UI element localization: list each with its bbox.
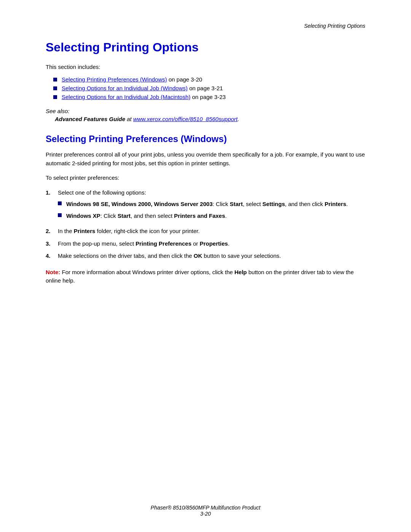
- sub-bullet-item-2: Windows XP: Click Start, and then select…: [58, 212, 348, 220]
- page-container: Selecting Printing Options Selecting Pri…: [0, 0, 411, 532]
- toc-link-2[interactable]: Selecting Options for an Individual Job …: [62, 85, 223, 91]
- toc-link-3[interactable]: Selecting Options for an Individual Job …: [62, 94, 226, 100]
- step-3-bold2: Properties: [200, 240, 228, 247]
- subsection-title: Selecting Printing Preferences (Windows): [46, 134, 365, 144]
- see-also-content: Advanced Features Guide at www.xerox.com…: [55, 116, 365, 122]
- start-label-1: Start: [230, 201, 243, 207]
- header-title: Selecting Printing Options: [304, 23, 365, 29]
- footer-line-1: Phaser® 8510/8560MFP Multifunction Produ…: [0, 505, 411, 511]
- see-also-guide-title: Advanced Features Guide: [55, 116, 125, 122]
- step-4-bold: OK: [194, 252, 202, 259]
- step-2-number: 2.: [46, 227, 55, 236]
- step-2-bold: Printers: [74, 228, 96, 234]
- step-3-bold1: Printing Preferences: [135, 240, 191, 247]
- step-1-subbullets: Windows 98 SE, Windows 2000, Windows Ser…: [58, 200, 348, 220]
- sub-bullet-item-1: Windows 98 SE, Windows 2000, Windows Ser…: [58, 200, 348, 209]
- winxp-label: Windows XP: [66, 212, 100, 219]
- bullet-icon: [58, 201, 62, 205]
- step-4-number: 4.: [46, 252, 55, 260]
- step-1: 1. Select one of the following options: …: [46, 189, 365, 224]
- printers-faxes-label: Printers and Faxes: [174, 212, 225, 219]
- step-1-content: Select one of the following options: Win…: [58, 189, 348, 224]
- body-paragraph-2: To select printer preferences:: [46, 174, 365, 182]
- step-2: 2. In the Printers folder, right-click t…: [46, 227, 365, 236]
- bullet-icon: [53, 78, 57, 81]
- step-1-number: 1.: [46, 189, 55, 197]
- toc-anchor-1[interactable]: Selecting Printing Preferences (Windows): [62, 76, 167, 83]
- sub-bullet-2-text: Windows XP: Click Start, and then select…: [66, 212, 227, 220]
- bullet-icon: [53, 95, 57, 99]
- win98-label: Windows 98 SE, Windows 2000, Windows Ser…: [66, 201, 213, 207]
- body-paragraph-1: Printer preferences control all of your …: [46, 150, 365, 168]
- bullet-icon: [53, 86, 57, 90]
- start-label-2: Start: [118, 212, 131, 219]
- step-4: 4. Make selections on the driver tabs, a…: [46, 252, 365, 260]
- see-also-block: See also: Advanced Features Guide at www…: [46, 108, 365, 122]
- steps-list: 1. Select one of the following options: …: [46, 189, 365, 260]
- step-4-content: Make selections on the driver tabs, and …: [58, 252, 281, 260]
- header-right: Selecting Printing Options: [46, 23, 365, 29]
- see-also-link[interactable]: www.xerox.com/office/8510_8560support: [133, 116, 237, 122]
- main-page-title: Selecting Printing Options: [46, 40, 365, 54]
- settings-label: Settings: [263, 201, 285, 207]
- footer-line-2: 3-20: [0, 511, 411, 517]
- bullet-icon: [58, 213, 62, 217]
- list-item: Selecting Printing Preferences (Windows)…: [53, 76, 365, 83]
- sub-bullet-1-text: Windows 98 SE, Windows 2000, Windows Ser…: [66, 200, 348, 209]
- see-also-label: See also:: [46, 108, 365, 114]
- step-3: 3. From the pop-up menu, select Printing…: [46, 240, 365, 248]
- toc-list: Selecting Printing Preferences (Windows)…: [53, 76, 365, 100]
- note-label: Note:: [46, 269, 60, 275]
- printers-label-1: Printers: [325, 201, 346, 207]
- intro-text: This section includes:: [46, 64, 365, 70]
- step-3-number: 3.: [46, 240, 55, 248]
- toc-anchor-2[interactable]: Selecting Options for an Individual Job …: [62, 85, 188, 91]
- list-item: Selecting Options for an Individual Job …: [53, 85, 365, 91]
- step-2-content: In the Printers folder, right-click the …: [58, 227, 200, 236]
- toc-link-1[interactable]: Selecting Printing Preferences (Windows)…: [62, 76, 202, 83]
- note-block: Note: For more information about Windows…: [46, 268, 365, 285]
- page-footer: Phaser® 8510/8560MFP Multifunction Produ…: [0, 505, 411, 517]
- list-item: Selecting Options for an Individual Job …: [53, 94, 365, 100]
- note-bold: Help: [234, 269, 247, 275]
- step-3-content: From the pop-up menu, select Printing Pr…: [58, 240, 229, 248]
- toc-anchor-3[interactable]: Selecting Options for an Individual Job …: [62, 94, 191, 100]
